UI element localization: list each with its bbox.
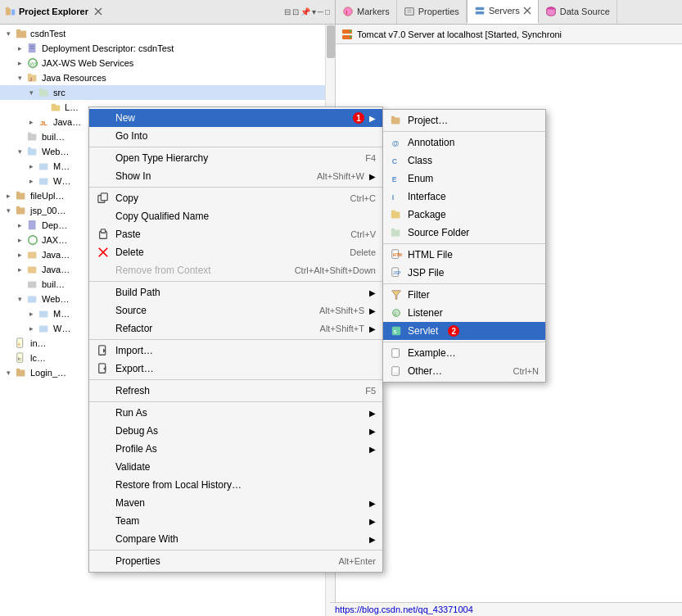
submenu-label-servlet: Servlet (408, 325, 438, 337)
menu-item-copy[interactable]: Copy Ctrl+C (89, 189, 382, 207)
tab-markers[interactable]: ! Markers (336, 0, 397, 24)
maximize-icon[interactable]: ⊡ (292, 7, 299, 16)
submenu-item-example[interactable]: Example… (383, 344, 545, 362)
menu-item-remove-context: Remove from Context Ctrl+Alt+Shift+Down (89, 261, 382, 279)
tab-properties[interactable]: Properties (397, 0, 467, 24)
menu-item-show-in[interactable]: Show In Alt+Shift+W ▶ (89, 167, 382, 185)
menu-item-copy-qualified[interactable]: Copy Qualified Name (89, 207, 382, 225)
submenu-item-project[interactable]: Project… (383, 111, 545, 129)
tab-data-source[interactable]: Data Source (539, 0, 617, 24)
example-sm-icon (390, 346, 403, 360)
menu-item-refresh[interactable]: Refresh F5 (89, 382, 382, 400)
svg-rect-1 (6, 7, 9, 10)
svg-rect-10 (476, 7, 485, 11)
menu-item-source[interactable]: Source Alt+Shift+S ▶ (89, 301, 382, 319)
tree-arrow: ▸ (29, 118, 38, 126)
context-menu: New 1 ▶ Project… (88, 106, 383, 573)
submenu-item-other[interactable]: … Other… Ctrl+N (383, 362, 545, 380)
menu-item-export[interactable]: Export… (89, 360, 382, 378)
menu-item-debug-as[interactable]: Debug As ▶ (89, 422, 382, 440)
menu-item-build-path[interactable]: Build Path ▶ (89, 283, 382, 301)
list-item-label: Web… (42, 147, 69, 156)
java-res-icon: J (26, 71, 39, 84)
list-item-label: Java… (42, 265, 70, 274)
jre-icon: JL (38, 116, 51, 129)
menu-label-validate: Validate (115, 461, 376, 473)
close-icon[interactable] (94, 7, 102, 16)
pkg-sm-icon (390, 208, 403, 221)
scrollbar-thumb[interactable] (327, 25, 335, 58)
menu-item-go-into[interactable]: Go Into (89, 127, 382, 145)
svg-rect-53 (16, 369, 20, 371)
data-source-icon (545, 6, 557, 17)
submenu-item-annotation[interactable]: @ Annotation (383, 134, 545, 152)
menu-item-delete[interactable]: Delete Delete (89, 243, 382, 261)
tab-servers[interactable]: Servers (467, 0, 539, 24)
menu-item-paste[interactable]: Paste Ctrl+V (89, 225, 382, 243)
menu-item-properties[interactable]: Properties Alt+Enter (89, 552, 382, 570)
jsp-project-icon (15, 204, 28, 217)
jax-icon (26, 233, 39, 247)
list-item[interactable]: ▾ J Java Resources (0, 70, 335, 85)
menu-item-maven[interactable]: Maven ▶ (89, 494, 382, 512)
menu-item-refactor[interactable]: Refactor Alt+Shift+T ▶ (89, 319, 382, 337)
menu-item-new[interactable]: New 1 ▶ Project… (89, 109, 382, 127)
submenu-label-source-folder: Source Folder (408, 227, 469, 238)
svg-rect-7 (404, 8, 413, 16)
servers-close-icon[interactable] (523, 7, 531, 15)
tree-root[interactable]: ▾ csdnTest (0, 26, 335, 41)
other-sm-icon: … (390, 365, 403, 378)
submenu-item-listener[interactable]: L Listener (383, 304, 545, 322)
tab-data-source-label: Data Source (560, 7, 610, 16)
list-item[interactable]: ▸ Deployment Descriptor: csdnTest (0, 41, 335, 56)
list-item-label: Web… (42, 294, 69, 304)
list-item-label: buil… (42, 279, 65, 289)
menu-item-team[interactable]: Team ▶ (89, 512, 382, 530)
menu-item-import[interactable]: Import… (89, 342, 382, 360)
list-item-label: W… (53, 324, 70, 333)
properties-icon (404, 6, 415, 17)
menu-icon[interactable]: ▾ (312, 7, 316, 16)
run-as-arrow: ▶ (369, 409, 376, 418)
paste-shortcut: Ctrl+V (350, 229, 376, 239)
list-item[interactable]: ▾ src (0, 85, 335, 100)
submenu-label-listener: Listener (408, 307, 443, 319)
tree-arrow: ▸ (7, 192, 15, 200)
type-hierarchy-icon (96, 151, 111, 165)
svg-text:x: x (18, 341, 20, 346)
dep-icon (26, 219, 39, 232)
menu-item-open-type-hierarchy[interactable]: Open Type Hierarchy F4 (89, 149, 382, 167)
submenu-item-jsp[interactable]: JSP JSP File (383, 264, 545, 282)
menu-item-compare-with[interactable]: Compare With ▶ (89, 530, 382, 548)
menu-label-new: New (115, 112, 350, 124)
tree-root-label: csdnTest (30, 29, 65, 38)
menu-item-run-as[interactable]: Run As ▶ (89, 404, 382, 422)
minimize-icon[interactable]: ⊟ (284, 7, 291, 16)
menu-label-open-type-hierarchy: Open Type Hierarchy (115, 152, 349, 164)
context-menu-popup: New 1 ▶ Project… (88, 106, 383, 573)
submenu-item-servlet[interactable]: S Servlet 2 (383, 322, 545, 340)
submenu-item-enum[interactable]: E Enum (383, 170, 545, 188)
tree-arrow: ▸ (29, 177, 38, 185)
remove-context-shortcut: Ctrl+Alt+Shift+Down (295, 265, 376, 275)
submenu-item-interface[interactable]: I Interface (383, 188, 545, 206)
submenu-item-source-folder[interactable]: Source Folder (383, 224, 545, 242)
team-arrow: ▶ (369, 517, 376, 526)
svg-text:lc: lc (18, 356, 21, 361)
submenu-item-html[interactable]: HTML HTML File (383, 246, 545, 264)
menu-item-profile-as[interactable]: Profile As ▶ (89, 440, 382, 458)
class-icon: C (390, 154, 403, 167)
svg-text:!: ! (346, 9, 347, 16)
menu-item-restore[interactable]: Restore from Local History… (89, 476, 382, 494)
minimize2-icon[interactable]: ─ (318, 7, 323, 16)
menu-label-export: Export… (115, 363, 376, 374)
submenu-item-filter[interactable]: Filter (383, 286, 545, 304)
menu-item-validate[interactable]: Validate (89, 458, 382, 476)
listener-sm-icon: L (390, 306, 403, 319)
restore-icon[interactable]: □ (325, 7, 330, 16)
submenu-item-package[interactable]: Package (383, 206, 545, 224)
submenu-item-class[interactable]: C Class (383, 152, 545, 170)
list-item[interactable]: ▸ WS JAX-WS Web Services (0, 56, 335, 70)
meta2-icon (38, 307, 51, 320)
pin-icon[interactable]: 📌 (300, 7, 310, 16)
